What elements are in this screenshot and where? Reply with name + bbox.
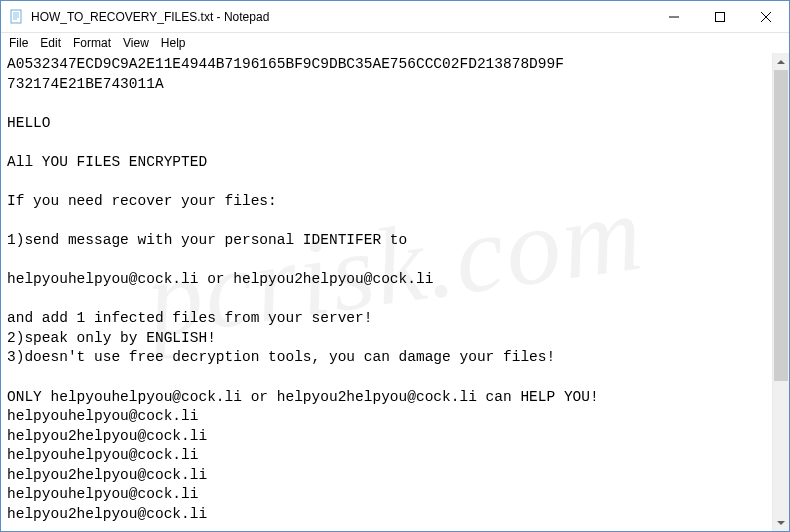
notepad-window: HOW_TO_RECOVERY_FILES.txt - Notepad File… xyxy=(0,0,790,532)
scroll-thumb[interactable] xyxy=(774,70,788,381)
svg-marker-9 xyxy=(777,60,785,64)
window-controls xyxy=(651,1,789,32)
menu-file[interactable]: File xyxy=(3,34,34,52)
text-area[interactable]: A0532347ECD9C9A2E11E4944B7196165BF9C9DBC… xyxy=(1,53,772,531)
notepad-icon xyxy=(9,9,25,25)
menubar: File Edit Format View Help xyxy=(1,33,789,53)
scroll-up-button[interactable] xyxy=(773,53,789,70)
vertical-scrollbar[interactable] xyxy=(772,53,789,531)
svg-rect-6 xyxy=(716,12,725,21)
maximize-button[interactable] xyxy=(697,1,743,32)
scroll-down-button[interactable] xyxy=(773,514,789,531)
menu-edit[interactable]: Edit xyxy=(34,34,67,52)
svg-rect-0 xyxy=(11,10,21,23)
scroll-track[interactable] xyxy=(773,70,789,514)
titlebar: HOW_TO_RECOVERY_FILES.txt - Notepad xyxy=(1,1,789,33)
text-area-wrap: A0532347ECD9C9A2E11E4944B7196165BF9C9DBC… xyxy=(1,53,789,531)
menu-help[interactable]: Help xyxy=(155,34,192,52)
menu-format[interactable]: Format xyxy=(67,34,117,52)
menu-view[interactable]: View xyxy=(117,34,155,52)
window-title: HOW_TO_RECOVERY_FILES.txt - Notepad xyxy=(31,10,651,24)
minimize-button[interactable] xyxy=(651,1,697,32)
close-button[interactable] xyxy=(743,1,789,32)
svg-marker-10 xyxy=(777,521,785,525)
